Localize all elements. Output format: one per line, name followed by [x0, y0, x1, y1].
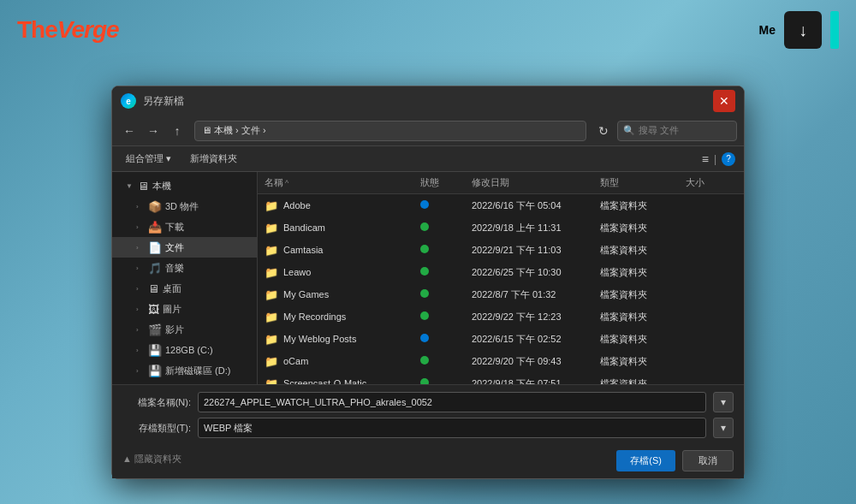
- filetype-input[interactable]: [198, 418, 706, 438]
- file-date-cell: 2022/9/18 上午 11:31: [472, 222, 600, 234]
- dialog-content: ▼ 🖥 本機 › 📦 3D 物件 › 📥 下載 › 📄 文件: [112, 172, 744, 384]
- file-row[interactable]: 📁 Camtasia 2022/9/21 下午 11:03 檔案資料夾: [258, 239, 744, 261]
- expand-arrow-music: ›: [136, 264, 145, 272]
- file-name-cell: 📁 My Recordings: [265, 311, 420, 323]
- file-status-cell: [420, 378, 472, 384]
- status-dot: [420, 378, 429, 384]
- sidebar-item-drive-c[interactable]: › 💾 128GB (C:): [112, 340, 257, 360]
- sidebar: ▼ 🖥 本機 › 📦 3D 物件 › 📥 下載 › 📄 文件: [112, 172, 258, 384]
- edge-icon: e: [121, 93, 136, 109]
- file-date-cell: 2022/9/20 下午 09:43: [472, 355, 600, 368]
- file-date-cell: 2022/6/25 下午 10:30: [472, 266, 600, 279]
- expand-arrow-downloads: ›: [136, 223, 145, 231]
- file-status-cell: [420, 267, 472, 277]
- sidebar-item-computer[interactable]: ▼ 🖥 本機: [112, 175, 257, 196]
- col-name: 名稱 ^: [265, 176, 420, 189]
- sidebar-item-videos[interactable]: › 🎬 影片: [112, 319, 257, 340]
- status-dot: [420, 311, 429, 320]
- hidden-folders-toggle[interactable]: ▲ 隱藏資料夾: [122, 449, 181, 465]
- folder-icon: 📁: [265, 222, 278, 234]
- file-row[interactable]: 📁 Adobe 2022/6/16 下午 05:04 檔案資料夾: [258, 194, 744, 216]
- new-folder-button[interactable]: 新增資料夾: [185, 151, 242, 167]
- filename-dropdown[interactable]: ▾: [713, 392, 734, 412]
- sidebar-item-music[interactable]: › 🎵 音樂: [112, 258, 257, 278]
- status-dot: [420, 289, 429, 298]
- dialog-actions-bar: 組合管理 ▾ 新增資料夾 ≡ | ?: [112, 146, 744, 172]
- sidebar-item-desktop[interactable]: › 🖥 桌面: [112, 278, 257, 299]
- back-button[interactable]: ←: [119, 121, 140, 141]
- file-row[interactable]: 📁 Leawo 2022/6/25 下午 10:30 檔案資料夾: [258, 261, 744, 283]
- help-icon[interactable]: ?: [722, 152, 735, 166]
- file-status-cell: [420, 289, 472, 299]
- file-rows-container: 📁 Adobe 2022/6/16 下午 05:04 檔案資料夾 📁 Bandi…: [258, 194, 744, 384]
- file-name-text: My Weblog Posts: [283, 334, 356, 344]
- up-button[interactable]: ↑: [167, 121, 187, 141]
- folder-icon: 📁: [265, 311, 278, 323]
- file-name-cell: 📁 My Games: [265, 288, 420, 301]
- file-name-cell: 📁 oCam: [265, 355, 420, 368]
- dialog-close-button[interactable]: ✕: [713, 90, 735, 112]
- status-dot: [420, 245, 429, 253]
- breadcrumb-text: 🖥 本機 › 文件 ›: [202, 124, 266, 137]
- refresh-button[interactable]: ↻: [593, 121, 614, 141]
- sidebar-label-pictures: 圖片: [163, 303, 181, 316]
- file-row[interactable]: 📁 Bandicam 2022/9/18 上午 11:31 檔案資料夾: [258, 216, 744, 239]
- file-row[interactable]: 📁 My Weblog Posts 2022/6/15 下午 02:52 檔案資…: [258, 328, 744, 350]
- forward-button[interactable]: →: [143, 121, 163, 141]
- file-date-cell: 2022/8/7 下午 01:32: [472, 288, 600, 301]
- breadcrumb[interactable]: 🖥 本機 › 文件 ›: [194, 121, 586, 141]
- search-icon: 🔍: [623, 125, 635, 136]
- folder-icon: 📁: [265, 199, 278, 212]
- view-controls: ≡ | ?: [702, 152, 735, 166]
- sidebar-label-desktop: 桌面: [163, 282, 181, 295]
- file-list-container: 名稱 ^ 狀態 修改日期 類型 大小 📁 Adobe 2022/6/16 下午 …: [258, 172, 744, 384]
- file-name-text: My Recordings: [283, 311, 346, 322]
- file-status-cell: [420, 222, 472, 233]
- col-size: 大小: [686, 176, 737, 189]
- file-name-text: Adobe: [283, 200, 311, 210]
- save-button[interactable]: 存檔(S): [616, 450, 675, 471]
- sidebar-item-drive-d[interactable]: › 💾 新增磁碟區 (D:): [112, 360, 257, 381]
- music-icon: 🎵: [148, 262, 162, 275]
- file-name-text: Screencast-O-Matic: [283, 378, 366, 384]
- filetype-dropdown[interactable]: ▾: [713, 418, 734, 438]
- file-name-cell: 📁 My Weblog Posts: [265, 333, 420, 346]
- file-row[interactable]: 📁 oCam 2022/9/20 下午 09:43 檔案資料夾: [258, 350, 744, 372]
- file-date-cell: 2022/6/15 下午 02:52: [472, 333, 600, 346]
- dialog-overlay: e 另存新檔 ✕ ← → ↑ 🖥 本機 › 文件 › ↻ 🔍 搜尋 文件 組合管…: [0, 0, 856, 504]
- expand-arrow-pictures: ›: [136, 305, 145, 313]
- file-name-text: My Games: [283, 289, 329, 299]
- file-name-text: Bandicam: [283, 222, 325, 233]
- view-icon[interactable]: ≡: [702, 152, 709, 166]
- close-icon: ✕: [719, 94, 729, 108]
- sidebar-item-3d[interactable]: › 📦 3D 物件: [112, 196, 257, 216]
- desktop-icon: 🖥: [148, 282, 159, 295]
- sidebar-item-downloads[interactable]: › 📥 下載: [112, 216, 257, 237]
- file-row[interactable]: 📁 Screencast-O-Matic 2022/9/18 下午 07:51 …: [258, 372, 744, 384]
- organize-button[interactable]: 組合管理 ▾: [121, 151, 176, 167]
- sidebar-item-documents[interactable]: › 📄 文件: [112, 237, 257, 258]
- cancel-button[interactable]: 取消: [682, 450, 734, 471]
- col-date: 修改日期: [472, 176, 600, 189]
- documents-icon: 📄: [148, 241, 162, 254]
- file-name-cell: 📁 Screencast-O-Matic: [265, 377, 420, 385]
- file-row[interactable]: 📁 My Recordings 2022/9/22 下午 12:23 檔案資料夾: [258, 305, 744, 328]
- filename-label: 檔案名稱(N):: [122, 396, 191, 409]
- file-name-cell: 📁 Leawo: [265, 266, 420, 279]
- search-placeholder: 搜尋 文件: [639, 124, 679, 137]
- file-type-cell: 檔案資料夾: [600, 377, 686, 385]
- filename-input[interactable]: [198, 392, 706, 412]
- file-status-cell: [420, 200, 472, 210]
- filetype-row: 存檔類型(T): ▾: [122, 418, 734, 438]
- file-type-cell: 檔案資料夾: [600, 222, 686, 234]
- filename-row: 檔案名稱(N): ▾: [122, 392, 734, 412]
- col-type: 類型: [600, 176, 686, 189]
- file-row[interactable]: 📁 My Games 2022/8/7 下午 01:32 檔案資料夾: [258, 283, 744, 305]
- sidebar-item-pictures[interactable]: › 🖼 圖片: [112, 299, 257, 319]
- file-name-cell: 📁 Adobe: [265, 199, 420, 212]
- file-date-cell: 2022/9/22 下午 12:23: [472, 311, 600, 323]
- file-type-cell: 檔案資料夾: [600, 333, 686, 346]
- status-dot: [420, 222, 429, 231]
- sort-arrow-name: ^: [285, 179, 288, 187]
- search-bar[interactable]: 🔍 搜尋 文件: [617, 121, 737, 141]
